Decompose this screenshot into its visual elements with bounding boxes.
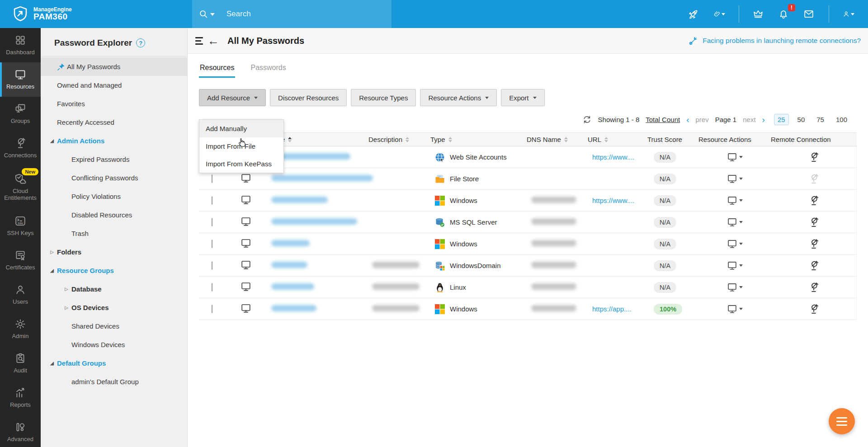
sidebar-item-users[interactable]: Users xyxy=(0,278,41,312)
sidebar-item-connections[interactable]: Connections xyxy=(0,131,41,165)
collapse-menu-icon[interactable] xyxy=(195,37,203,45)
page-size-25[interactable]: 25 xyxy=(774,114,789,125)
remote-connection-icon[interactable] xyxy=(771,152,857,163)
tree-item-shared-devices[interactable]: ▷Shared Devices xyxy=(41,317,187,335)
resource-actions-menu[interactable] xyxy=(698,152,771,162)
resource-actions-menu[interactable] xyxy=(698,282,771,292)
discover-resources-button[interactable]: Discover Resources xyxy=(270,89,347,106)
total-count-link[interactable]: Total Count xyxy=(646,116,680,123)
floating-action-button[interactable] xyxy=(829,408,855,434)
sidebar-item-admin[interactable]: Admin xyxy=(0,312,41,346)
sort-icon[interactable] xyxy=(448,137,452,142)
link-icon[interactable] xyxy=(713,8,725,20)
sort-icon[interactable] xyxy=(288,137,292,142)
redacted-resource-name[interactable] xyxy=(271,262,307,268)
search-input[interactable] xyxy=(226,9,362,19)
remote-connection-icon[interactable] xyxy=(771,239,857,249)
prev-arrow[interactable]: ‹ xyxy=(686,115,689,124)
tree-item-policy-violations[interactable]: ▷Policy Violations xyxy=(41,187,187,206)
tree-item-os-devices[interactable]: ▷OS Devices xyxy=(41,298,187,317)
page-size-50[interactable]: 50 xyxy=(794,114,808,125)
column-header-description[interactable]: Description xyxy=(368,136,430,143)
sidebar-item-audit[interactable]: Audit xyxy=(0,346,41,381)
row-checkbox[interactable] xyxy=(212,283,212,292)
redacted-resource-name[interactable] xyxy=(271,218,357,225)
row-checkbox[interactable] xyxy=(212,305,212,313)
sidebar-item-cloud-entitlements[interactable]: NewCloud Entitlements xyxy=(0,165,41,209)
remote-connection-icon[interactable] xyxy=(771,282,857,293)
tree-item-expired-passwords[interactable]: ▷Expired Passwords xyxy=(41,150,187,169)
column-header-type[interactable]: Type xyxy=(430,136,527,143)
remote-connection-icon[interactable] xyxy=(771,304,857,315)
mail-icon[interactable] xyxy=(803,8,815,20)
menu-item-import-from-file[interactable]: Import From File xyxy=(199,137,283,155)
redacted-resource-name[interactable] xyxy=(271,197,328,203)
global-search[interactable] xyxy=(192,0,392,28)
resource-url-link[interactable]: https://app.... xyxy=(592,305,632,313)
redacted-resource-name[interactable] xyxy=(271,283,314,290)
tree-item-disabled-resources[interactable]: ▷Disabled Resources xyxy=(41,206,187,224)
sidebar-item-ssh-keys[interactable]: SSHSSH Keys xyxy=(0,209,41,243)
tree-collapsed-icon[interactable]: ▷ xyxy=(63,287,70,292)
tab-resources[interactable]: Resources xyxy=(199,60,235,78)
sidebar-item-reports[interactable]: Reports xyxy=(0,381,41,415)
tab-passwords[interactable]: Passwords xyxy=(250,60,287,78)
prev-label[interactable]: prev xyxy=(695,116,708,123)
sort-icon[interactable] xyxy=(406,137,409,142)
tree-expanded-icon[interactable]: ◢ xyxy=(49,361,55,366)
row-checkbox[interactable] xyxy=(212,218,212,226)
tree-collapsed-icon[interactable]: ▷ xyxy=(49,249,55,254)
sort-icon[interactable] xyxy=(564,137,568,142)
refresh-icon[interactable] xyxy=(582,115,592,124)
resource-actions-button[interactable]: Resource Actions xyxy=(420,89,497,106)
sidebar-item-resources[interactable]: Resources xyxy=(0,62,41,97)
search-scope-caret-icon[interactable] xyxy=(210,13,215,16)
tree-expanded-icon[interactable]: ◢ xyxy=(49,138,55,143)
resource-url-link[interactable]: https://www.... xyxy=(592,153,634,161)
resource-actions-menu[interactable] xyxy=(698,239,771,249)
next-arrow[interactable]: › xyxy=(762,115,765,124)
redacted-resource-name[interactable] xyxy=(271,175,373,181)
tree-item-recently-accessed[interactable]: ▷Recently Accessed xyxy=(41,113,187,132)
next-label[interactable]: next xyxy=(743,116,755,123)
page-size-75[interactable]: 75 xyxy=(813,114,827,125)
tree-item-admin-actions[interactable]: ◢Admin Actions xyxy=(41,132,187,150)
brand-logo[interactable]: ManageEngine PAM360 xyxy=(0,0,192,28)
remote-connection-icon[interactable] xyxy=(771,217,857,228)
tree-item-folders[interactable]: ▷Folders xyxy=(41,243,187,261)
column-header-dns-name[interactable]: DNS Name xyxy=(527,136,588,143)
rocket-icon[interactable] xyxy=(688,8,700,20)
tree-item-admin-s-default-group[interactable]: ▷admin's Default Group xyxy=(41,372,187,391)
tree-item-favorites[interactable]: ▷Favorites xyxy=(41,94,187,113)
help-icon[interactable]: ? xyxy=(136,38,145,47)
tree-item-resource-groups[interactable]: ◢Resource Groups xyxy=(41,261,187,280)
redacted-resource-name[interactable] xyxy=(271,305,316,311)
resource-actions-menu[interactable] xyxy=(698,260,771,271)
menu-item-import-from-keepass[interactable]: Import From KeePass xyxy=(199,155,283,173)
export-button[interactable]: Export xyxy=(501,89,544,106)
redacted-resource-name[interactable] xyxy=(271,240,310,246)
row-checkbox[interactable] xyxy=(212,196,212,205)
crown-icon[interactable] xyxy=(753,8,764,20)
resource-actions-menu[interactable] xyxy=(698,304,771,314)
user-icon[interactable] xyxy=(843,8,854,20)
remote-connection-icon[interactable] xyxy=(771,260,857,271)
bell-icon[interactable]: ! xyxy=(778,8,790,20)
back-arrow-icon[interactable]: ← xyxy=(208,35,219,47)
row-checkbox[interactable] xyxy=(212,240,212,248)
remote-connection-help-link[interactable]: Facing problems in launching remote conn… xyxy=(689,36,861,46)
resource-actions-menu[interactable] xyxy=(698,195,771,206)
column-header-url[interactable]: URL xyxy=(588,136,647,143)
sidebar-item-groups[interactable]: Groups xyxy=(0,97,41,131)
tree-collapsed-icon[interactable]: ▷ xyxy=(63,305,70,310)
sidebar-item-advanced[interactable]: Advanced xyxy=(0,415,41,447)
row-checkbox[interactable] xyxy=(212,261,212,270)
sidebar-item-certificates[interactable]: Certificates xyxy=(0,243,41,278)
tree-item-windows-devices[interactable]: ▷Windows Devices xyxy=(41,335,187,354)
resource-actions-menu[interactable] xyxy=(698,174,771,184)
tree-item-all-my-passwords[interactable]: ▷All My Passwords xyxy=(41,57,187,76)
tree-expanded-icon[interactable]: ◢ xyxy=(49,268,55,273)
tree-item-conflicting-passwords[interactable]: ▷Conflicting Passwords xyxy=(41,169,187,187)
resource-types-button[interactable]: Resource Types xyxy=(351,89,416,106)
tree-item-owned-and-managed[interactable]: ▷Owned and Managed xyxy=(41,76,187,94)
